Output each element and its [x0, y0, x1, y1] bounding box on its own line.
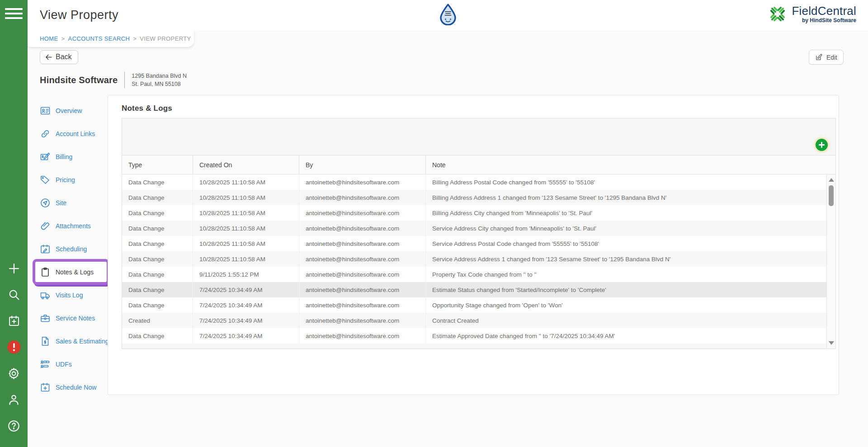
- sidebar-item-udfs[interactable]: UDFs: [40, 353, 117, 376]
- user-fields-icon: [40, 359, 51, 370]
- edit-button[interactable]: Edit: [809, 50, 844, 65]
- cell-type: Data Change: [122, 205, 193, 221]
- left-rail: [0, 0, 28, 447]
- breadcrumb-separator: >: [133, 35, 137, 42]
- sidebar-item-schedule-now[interactable]: Schedule Now: [40, 376, 117, 399]
- edit-pencil-icon: [815, 53, 823, 61]
- property-nav: Overview Account Links Billing Pricing S…: [40, 99, 117, 399]
- fieldcentral-logo: FieldCentral by HindSite Software: [767, 4, 856, 24]
- cell-created: 7/24/2025 10:34:49 AM: [193, 297, 299, 313]
- table-row[interactable]: Data Change10/28/2025 11:10:58 AMantoine…: [122, 190, 826, 205]
- sidebar-item-pricing[interactable]: Pricing: [40, 168, 117, 191]
- column-header-note[interactable]: Note: [426, 155, 826, 174]
- column-header-scroll-spacer: [826, 155, 835, 174]
- cell-note: Property Tax Code changed from '' to '': [426, 267, 826, 282]
- table-row[interactable]: Data Change10/28/2025 11:10:58 AMantoine…: [122, 174, 826, 190]
- app-header: View Property: [28, 0, 868, 30]
- cell-created: 10/28/2025 11:10:58 AM: [193, 236, 299, 251]
- settings-icon[interactable]: [7, 366, 21, 381]
- cell-by: antoinetteb@hindsitesoftware.com: [299, 190, 426, 205]
- cell-note: Contract Created: [426, 313, 826, 328]
- sidebar-item-account-links[interactable]: Account Links: [40, 122, 117, 145]
- table-rows: Data Change10/28/2025 11:10:58 AMantoine…: [122, 174, 826, 343]
- property-name: Hindsite Software: [40, 75, 118, 85]
- cell-type: Data Change: [122, 297, 193, 313]
- sidebar-item-site[interactable]: Site: [40, 191, 117, 214]
- column-header-by[interactable]: By: [299, 155, 426, 174]
- table-row[interactable]: Data Change10/28/2025 11:10:58 AMantoine…: [122, 205, 826, 221]
- cell-by: antoinetteb@hindsitesoftware.com: [299, 236, 426, 251]
- scroll-up-icon[interactable]: [829, 178, 834, 182]
- scroll-down-icon[interactable]: [829, 341, 834, 345]
- cell-by: antoinetteb@hindsitesoftware.com: [299, 297, 426, 313]
- toolbox-icon: [40, 313, 51, 324]
- cell-note: Service Address Address 1 changed from '…: [426, 251, 826, 267]
- back-button[interactable]: Back: [40, 50, 78, 64]
- table-row[interactable]: Data Change10/28/2025 11:10:58 AMantoine…: [122, 221, 826, 236]
- table-row[interactable]: Data Change10/28/2025 11:10:58 AMantoine…: [122, 236, 826, 251]
- column-header-type[interactable]: Type: [122, 155, 193, 174]
- id-card-icon: [40, 105, 51, 116]
- brand-tagline: by HindSite Software: [802, 18, 856, 23]
- sidebar-item-service-notes[interactable]: Service Notes: [40, 306, 117, 329]
- table-row[interactable]: Created7/24/2025 10:34:49 AMantoinetteb@…: [122, 313, 826, 328]
- breadcrumb-accounts-search[interactable]: ACCOUNTS SEARCH: [68, 35, 130, 42]
- cell-created: 7/24/2025 10:34:49 AM: [193, 328, 299, 343]
- cell-by: antoinetteb@hindsitesoftware.com: [299, 205, 426, 221]
- cell-note: Service Address Postal Code changed from…: [426, 236, 826, 251]
- table-row[interactable]: Data Change7/24/2025 10:34:49 AMantoinet…: [122, 328, 826, 343]
- breadcrumb-home[interactable]: HOME: [40, 35, 58, 42]
- sidebar-item-sales-estimating[interactable]: Sales & Estimating: [40, 329, 117, 353]
- user-icon[interactable]: [7, 392, 21, 407]
- sidebar-item-overview[interactable]: Overview: [40, 99, 117, 122]
- cell-note: Billing Address City changed from 'Minne…: [426, 205, 826, 221]
- sidebar-item-notes-logs[interactable]: Notes & Logs: [33, 259, 109, 285]
- cell-type: Data Change: [122, 174, 193, 190]
- cell-by: antoinetteb@hindsitesoftware.com: [299, 251, 426, 267]
- notes-logs-panel: Notes & Logs Type Created On By Note Dat…: [108, 95, 839, 395]
- cell-created: 7/24/2025 10:34:49 AM: [193, 313, 299, 328]
- breadcrumb-current: VIEW PROPERTY: [140, 35, 191, 42]
- content-area: HOME > ACCOUNTS SEARCH > VIEW PROPERTY B…: [28, 30, 868, 447]
- menu-icon[interactable]: [5, 6, 23, 21]
- sidebar-item-attachments[interactable]: Attachments: [40, 214, 117, 237]
- table-row[interactable]: Data Change10/28/2025 11:10:58 AMantoine…: [122, 251, 826, 267]
- breadcrumb: HOME > ACCOUNTS SEARCH > VIEW PROPERTY: [28, 30, 194, 47]
- cell-type: Data Change: [122, 328, 193, 343]
- table-row[interactable]: Data Change9/11/2025 1:55:12 PMantoinett…: [122, 267, 826, 282]
- cell-created: 10/28/2025 11:10:58 AM: [193, 174, 299, 190]
- sidebar-item-scheduling[interactable]: Scheduling: [40, 237, 117, 260]
- scrollbar-thumb[interactable]: [829, 185, 834, 206]
- help-icon[interactable]: [7, 419, 21, 433]
- invoice-pencil-icon: [40, 151, 51, 162]
- search-icon[interactable]: [7, 287, 21, 302]
- cell-created: 10/28/2025 11:10:58 AM: [193, 190, 299, 205]
- vertical-scrollbar[interactable]: [826, 174, 835, 348]
- calendar-add-icon[interactable]: [7, 314, 21, 328]
- cell-type: Data Change: [122, 190, 193, 205]
- add-note-button[interactable]: [816, 139, 828, 151]
- cell-note: Service Address City changed from 'Minne…: [426, 221, 826, 236]
- sidebar-item-visits-log[interactable]: Visits Log: [40, 283, 117, 306]
- document-dollar-icon: [40, 336, 51, 347]
- table-body: Data Change10/28/2025 11:10:58 AMantoine…: [122, 174, 835, 348]
- plus-icon[interactable]: [7, 261, 21, 276]
- cell-note: Estimate Approved Date changed from '' t…: [426, 328, 826, 343]
- table-row[interactable]: Data Change7/24/2025 10:34:49 AMantoinet…: [122, 282, 826, 297]
- cell-type: Data Change: [122, 282, 193, 297]
- breadcrumb-separator: >: [61, 35, 65, 42]
- clipboard-icon: [40, 267, 51, 278]
- cell-created: 9/11/2025 1:55:12 PM: [193, 267, 299, 282]
- cell-note: Estimate Status changed from 'Started/In…: [426, 282, 826, 297]
- cell-note: Billing Address Postal Code changed from…: [426, 174, 826, 190]
- table-row[interactable]: Data Change7/24/2025 10:34:49 AMantoinet…: [122, 297, 826, 313]
- navigation-icon: [40, 198, 51, 208]
- back-arrow-icon: [45, 53, 52, 61]
- cell-by: antoinetteb@hindsitesoftware.com: [299, 328, 426, 343]
- cell-created: 7/24/2025 10:34:49 AM: [193, 282, 299, 297]
- column-header-created[interactable]: Created On: [193, 155, 299, 174]
- calendar-edit-icon: [40, 244, 51, 254]
- paperclip-icon: [40, 221, 51, 231]
- alert-icon[interactable]: [7, 340, 21, 354]
- sidebar-item-billing[interactable]: Billing: [40, 145, 117, 168]
